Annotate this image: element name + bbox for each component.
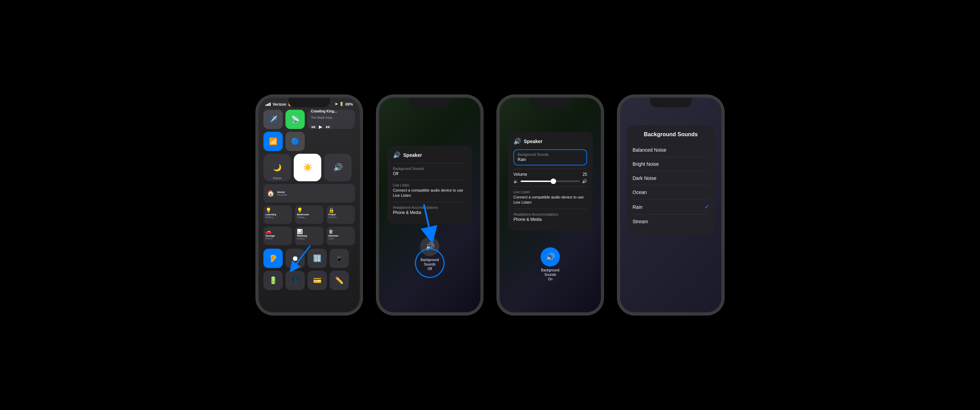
volume-tile[interactable]: 🔊 bbox=[324, 154, 352, 181]
markup-icon: ✏️ bbox=[335, 276, 344, 285]
volume-icon: 🔊 bbox=[333, 163, 343, 172]
live-listen-row-3: Live Listen Connect a compatible audio d… bbox=[514, 187, 587, 209]
volume-section-3: Volume 25 🔈 🔊 bbox=[514, 169, 587, 187]
rain-label: Rain bbox=[633, 204, 643, 210]
remote-tile[interactable]: 📱 bbox=[329, 249, 349, 268]
foyer-tile[interactable]: 🔒 Foyer Front D... bbox=[326, 205, 355, 224]
headphone-value-2: Phone & Media bbox=[393, 210, 466, 215]
bg-sounds-row-2[interactable]: Background Sounds Off bbox=[393, 163, 466, 180]
volume-max-icon: 🔊 bbox=[582, 179, 587, 184]
bg-sounds-button-2[interactable]: 🔊 Background Sounds Off bbox=[420, 237, 439, 271]
bg-sounds-icon-2: 🔊 bbox=[420, 237, 439, 256]
battery-icon: 🔋 bbox=[339, 102, 344, 106]
wifi-tile[interactable]: 📶 bbox=[263, 132, 283, 151]
battery-label: 69% bbox=[345, 102, 353, 106]
cellular-icon: 📡 bbox=[291, 115, 299, 123]
home-title: Home bbox=[277, 190, 287, 194]
music-tile[interactable]: Crawling King... The Black Keys ⏮ ▶ ⏭ bbox=[307, 110, 355, 129]
sound-item-ocean[interactable]: Ocean bbox=[633, 185, 709, 199]
foyer-icon: 🔒 bbox=[328, 207, 334, 213]
music-title: Crawling King... bbox=[311, 109, 337, 113]
live-listen-row-2: Live Listen Connect a compatible audio d… bbox=[393, 180, 466, 202]
screen-record-icon: ⏺ bbox=[292, 255, 299, 263]
wallet-icon: 💳 bbox=[313, 276, 321, 285]
speaker-header-2: 🔊 Speaker bbox=[393, 151, 466, 159]
darkmode-tile[interactable]: 🌑 bbox=[285, 271, 305, 290]
cellular-tile[interactable]: 📡 bbox=[285, 110, 305, 129]
accessibility-tile[interactable]: 🦻 bbox=[263, 249, 283, 268]
prev-icon[interactable]: ⏮ bbox=[311, 124, 315, 129]
speaker-popup-2: 🔊 Speaker Background Sounds Off Live Lis… bbox=[387, 146, 472, 224]
phone-4: Background Sounds Balanced Noise Bright … bbox=[617, 95, 724, 315]
dark-noise-label: Dark Noise bbox=[633, 176, 656, 181]
volume-value-3: 25 bbox=[582, 172, 587, 177]
location-icon: ➤ bbox=[335, 102, 338, 106]
battery-saver-icon: 🔋 bbox=[269, 276, 278, 285]
markup-tile[interactable]: ✏️ bbox=[329, 271, 349, 290]
headphone-row-3[interactable]: Headphone Accommodations Phone & Media bbox=[514, 209, 587, 225]
wifi-tile-icon: 📶 bbox=[269, 137, 278, 146]
sound-item-balanced-noise[interactable]: Balanced Noise bbox=[633, 143, 709, 157]
live-listen-label-3: Live Listen bbox=[514, 190, 587, 194]
live-listen-value-3: Connect a compatible audio device to use… bbox=[514, 195, 587, 205]
phone-1: Verizon 📶 ➤ 🔋 69% bbox=[256, 95, 363, 315]
sound-item-dark-noise[interactable]: Dark Noise bbox=[633, 171, 709, 185]
balanced-noise-label: Balanced Noise bbox=[633, 147, 666, 153]
bluetooth-icon: 🔵 bbox=[291, 137, 299, 146]
play-icon[interactable]: ▶ bbox=[319, 124, 322, 129]
speaker-header-3: 🔊 Speaker bbox=[514, 138, 587, 145]
battery-saver-tile[interactable]: 🔋 bbox=[263, 271, 283, 290]
garage-tile[interactable]: 🚗 Garage Perch... bbox=[263, 227, 292, 245]
phone-2: 🔊 Speaker Background Sounds Off Live Lis… bbox=[376, 95, 483, 315]
bg-sounds-list-popup: Background Sounds Balanced Noise Bright … bbox=[627, 125, 714, 234]
sound-item-stream[interactable]: Stream bbox=[633, 215, 709, 228]
bg-sounds-value-2: Off bbox=[393, 171, 466, 176]
rain-checkmark: ✓ bbox=[705, 204, 709, 210]
focus-icon: 🌙 bbox=[273, 163, 282, 172]
accessibility-icon: 🦻 bbox=[269, 254, 278, 263]
focus-tile[interactable]: 🌙 Focus bbox=[263, 154, 291, 181]
speaker-popup-3: 🔊 Speaker Background Sounds Rain Volume … bbox=[508, 132, 593, 231]
hallway-icon: 📊 bbox=[297, 229, 303, 234]
home-favorites-tile[interactable]: 🏠 Home Favorites bbox=[263, 184, 355, 203]
stream-label: Stream bbox=[633, 219, 648, 224]
headphone-label-2: Headphone Accommodations bbox=[393, 206, 466, 209]
bright-noise-label: Bright Noise bbox=[633, 161, 659, 167]
calculator-tile[interactable]: 🔢 bbox=[307, 249, 327, 268]
darkmode-icon: 🌑 bbox=[291, 276, 299, 285]
live-listen-label-2: Live Listen bbox=[393, 183, 466, 187]
volume-min-icon: 🔈 bbox=[514, 179, 519, 184]
ocean-label: Ocean bbox=[633, 190, 647, 195]
music-artist: The Black Keys bbox=[311, 116, 332, 119]
laundry-tile[interactable]: 💡 Laundry Battery... bbox=[263, 205, 292, 224]
bg-sounds-btn-label-2: Background Sounds Off bbox=[420, 258, 439, 271]
headphone-row-2[interactable]: Headphone Accommodations Phone & Media bbox=[393, 202, 466, 218]
next-icon[interactable]: ⏭ bbox=[326, 124, 330, 129]
bg-sounds-button-3[interactable]: 🔊 Background Sounds On bbox=[541, 247, 560, 281]
signal-icon bbox=[266, 103, 270, 106]
home-icon: 🏠 bbox=[267, 190, 274, 197]
screen-record-tile[interactable]: ⏺ bbox=[285, 249, 305, 268]
brightness-tile[interactable]: ☀️ bbox=[294, 154, 321, 181]
bg-sounds-list-title: Background Sounds bbox=[633, 131, 709, 138]
sound-item-bright-noise[interactable]: Bright Noise bbox=[633, 157, 709, 171]
volume-label-3: Volume bbox=[514, 172, 527, 177]
bedroom-tile[interactable]: 💡 Bedroom Ceiling... bbox=[295, 205, 323, 224]
brightness-icon: ☀️ bbox=[303, 163, 312, 172]
airplane-tile[interactable]: ✈️ bbox=[263, 110, 283, 129]
kitchen-tile[interactable]: 🗑 Kitchen Cans bbox=[326, 227, 355, 245]
headphone-label-3: Headphone Accommodations bbox=[514, 212, 587, 216]
bluetooth-tile[interactable]: 🔵 bbox=[285, 132, 305, 151]
volume-fill-3 bbox=[521, 180, 554, 182]
calculator-icon: 🔢 bbox=[313, 254, 321, 263]
volume-thumb-3[interactable] bbox=[550, 179, 556, 184]
wallet-tile[interactable]: 💳 bbox=[307, 271, 327, 290]
laundry-icon: 💡 bbox=[266, 207, 271, 213]
sound-item-rain[interactable]: Rain ✓ bbox=[633, 199, 709, 215]
speaker-small-icon-2: 🔊 bbox=[425, 242, 434, 251]
garage-icon: 🚗 bbox=[266, 229, 271, 234]
hallway-tile[interactable]: 📊 Hallway ecobee bbox=[295, 227, 323, 245]
bedroom-icon: 💡 bbox=[297, 207, 303, 213]
kitchen-icon: 🗑 bbox=[328, 229, 333, 234]
bg-sounds-selected-row[interactable]: Background Sounds Rain bbox=[514, 149, 587, 165]
